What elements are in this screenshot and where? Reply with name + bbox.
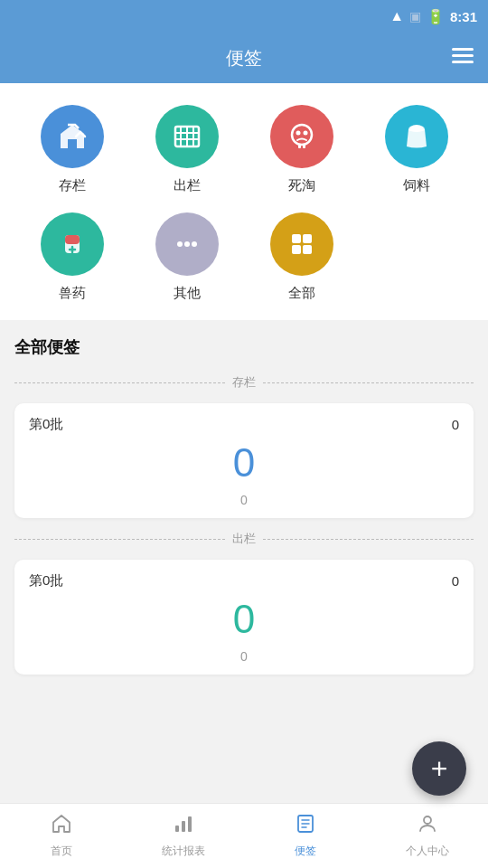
- icon-item-shouyao[interactable]: 兽药: [14, 212, 129, 302]
- divider-chuluan: 出栏: [0, 524, 488, 554]
- nav-item-stats[interactable]: 统计报表: [122, 806, 244, 866]
- svg-point-14: [408, 127, 425, 132]
- bar-chart-icon: [173, 813, 194, 840]
- divider-line-left-2: [14, 539, 225, 540]
- icon-label-chuluan: 出栏: [174, 177, 201, 194]
- card-header-chuluan-0: 第0批 0: [29, 572, 459, 590]
- divider-cunlan: 存栏: [0, 367, 488, 398]
- card-footer-chuluan-0: 0: [29, 649, 459, 664]
- nav-label-notes: 便签: [295, 844, 316, 859]
- svg-rect-22: [292, 234, 301, 243]
- icon-label-shouyao: 兽药: [59, 285, 86, 302]
- svg-rect-13: [303, 145, 305, 148]
- svg-rect-12: [298, 145, 301, 148]
- icon-circle-siliao: [385, 105, 448, 168]
- icon-label-qita: 其他: [174, 285, 201, 302]
- icon-label-cunlan: 存栏: [59, 177, 86, 194]
- fab-add-button[interactable]: +: [412, 741, 466, 796]
- icon-label-sitao: 死淘: [288, 177, 315, 194]
- card-cunlan-0[interactable]: 第0批 0 0 0: [14, 403, 474, 518]
- icon-circle-chuluan: [155, 105, 219, 168]
- icon-item-siliao[interactable]: 饲料: [359, 105, 474, 194]
- icon-circle-shouyao: [41, 212, 104, 276]
- icon-item-chuluan[interactable]: 出栏: [129, 105, 244, 194]
- card-batch-cunlan-0: 第0批: [29, 416, 63, 433]
- card-count-cunlan-0: 0: [452, 417, 459, 432]
- nav-label-home: 首页: [51, 844, 72, 859]
- battery-icon: 🔋: [427, 8, 445, 25]
- card-batch-chuluan-0: 第0批: [29, 572, 63, 590]
- menu-icon[interactable]: [452, 48, 474, 69]
- svg-point-20: [184, 241, 190, 247]
- nav-item-profile[interactable]: 个人中心: [366, 806, 488, 866]
- nav-label-stats: 统计报表: [162, 844, 205, 859]
- icon-item-qita[interactable]: 其他: [129, 212, 244, 302]
- svg-point-11: [303, 131, 307, 136]
- divider-text-2: 出栏: [232, 531, 256, 547]
- divider-text-1: 存栏: [232, 374, 256, 391]
- icon-circle-qita: [155, 212, 219, 276]
- status-time: 8:31: [450, 9, 477, 24]
- svg-point-19: [177, 241, 183, 247]
- nav-item-notes[interactable]: 便签: [244, 806, 366, 866]
- svg-point-21: [192, 241, 197, 247]
- svg-rect-27: [182, 821, 185, 832]
- icon-label-quanbu: 全部: [288, 285, 315, 302]
- card-count-chuluan-0: 0: [452, 573, 459, 589]
- svg-rect-28: [188, 816, 192, 832]
- svg-rect-26: [175, 826, 179, 832]
- fab-plus-icon: +: [431, 754, 448, 783]
- card-chuluan-0[interactable]: 第0批 0 0 0: [14, 560, 474, 675]
- divider-line-right-2: [263, 539, 474, 540]
- divider-line-left-1: [14, 382, 225, 383]
- nav-item-home[interactable]: 首页: [0, 806, 122, 866]
- icon-circle-sitao: [270, 105, 333, 168]
- svg-point-10: [296, 131, 300, 136]
- icon-item-sitao[interactable]: 死淘: [244, 105, 359, 194]
- wifi-icon: ▲: [389, 8, 404, 24]
- divider-line-right-1: [263, 382, 474, 383]
- icon-grid: 存栏 出栏: [0, 83, 488, 320]
- status-bar: ▲ ▣ 🔋 8:31: [0, 0, 488, 33]
- svg-point-33: [424, 816, 431, 824]
- icon-circle-quanbu: [270, 212, 333, 276]
- card-footer-cunlan-0: 0: [29, 493, 459, 507]
- svg-rect-1: [452, 54, 474, 57]
- card-header-cunlan-0: 第0批 0: [29, 416, 459, 433]
- home-icon: [51, 813, 72, 840]
- svg-rect-24: [292, 245, 301, 254]
- svg-rect-0: [452, 48, 474, 51]
- icon-label-siliao: 饲料: [403, 177, 430, 194]
- icon-item-quanbu[interactable]: 全部: [244, 212, 359, 302]
- bottom-nav: 首页 统计报表 便签 个人中: [0, 803, 488, 868]
- icon-item-cunlan[interactable]: 存栏: [14, 105, 129, 194]
- section-title: 全部便签: [0, 320, 488, 367]
- person-icon: [417, 813, 438, 840]
- card-big-number-cunlan-0: 0: [29, 433, 459, 493]
- svg-point-9: [292, 125, 312, 145]
- app-header: 便签: [0, 33, 488, 83]
- svg-rect-25: [303, 245, 312, 254]
- card-big-number-chuluan-0: 0: [29, 590, 459, 649]
- signal-icon: ▣: [409, 9, 421, 24]
- header-title: 便签: [226, 46, 262, 71]
- icon-circle-cunlan: [41, 105, 104, 168]
- content-area: 存栏 出栏: [0, 83, 488, 752]
- notes-icon: [295, 813, 316, 840]
- svg-rect-2: [452, 61, 474, 63]
- nav-label-profile: 个人中心: [406, 844, 449, 859]
- svg-rect-23: [303, 234, 312, 243]
- svg-rect-16: [65, 235, 80, 244]
